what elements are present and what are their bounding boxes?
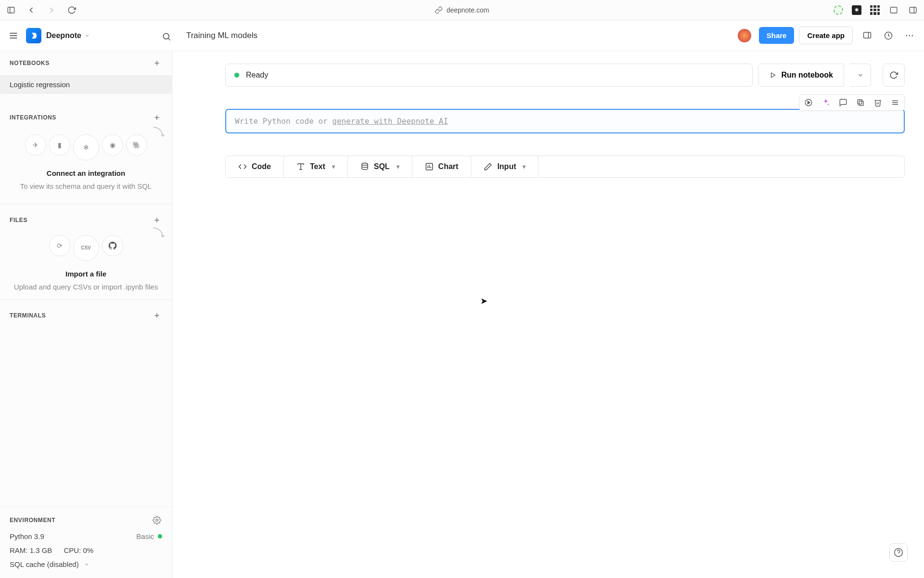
environment-header: ENVIRONMENT: [10, 517, 55, 524]
sql-cache-label: SQL cache (disabled): [10, 560, 79, 568]
chevron-down-icon: [84, 562, 90, 567]
duplicate-icon[interactable]: [855, 97, 866, 108]
svg-rect-28: [858, 100, 862, 104]
add-sql-block[interactable]: SQL▾: [348, 156, 412, 177]
add-text-block[interactable]: Text▾: [284, 156, 348, 177]
arrow-icon: [151, 125, 167, 141]
block-label: Code: [252, 162, 271, 171]
workspace-name: Deepnote: [46, 31, 81, 40]
delete-cell-icon[interactable]: [873, 97, 883, 108]
machine-tier[interactable]: Basic: [136, 532, 154, 540]
run-notebook-button[interactable]: Run notebook: [758, 64, 844, 87]
add-notebook-button[interactable]: [152, 58, 162, 68]
add-integration-button[interactable]: [152, 112, 162, 123]
play-icon: [770, 72, 776, 79]
github-icon[interactable]: [102, 235, 123, 256]
restart-kernel-button[interactable]: [883, 64, 905, 87]
extension-grid-icon[interactable]: [870, 5, 880, 15]
run-cell-icon[interactable]: [803, 97, 814, 108]
user-avatar[interactable]: [737, 28, 752, 43]
pencil-icon: [484, 162, 492, 171]
panel-icon-2[interactable]: [908, 5, 918, 15]
svg-rect-29: [859, 101, 863, 105]
panel-icon-1[interactable]: [888, 5, 899, 15]
run-options-dropdown[interactable]: [850, 64, 871, 87]
address-bar[interactable]: deepnote.com: [435, 6, 489, 14]
environment-panel: ENVIRONMENT Python 3.9 Basic RAM: 1.3 GB…: [0, 507, 172, 578]
extension-icon-1[interactable]: [834, 5, 843, 15]
extension-icon-2[interactable]: ✱: [852, 5, 861, 15]
integration-bubble-icon[interactable]: ✈: [25, 134, 46, 156]
cell-placeholder-text: Write Python code or: [235, 117, 332, 126]
file-icons: ⟳ CSV: [10, 235, 162, 261]
ram-value: 1.3 GB: [30, 546, 52, 554]
menu-icon[interactable]: [8, 30, 19, 41]
svg-rect-3: [910, 7, 916, 13]
csv-file-icon[interactable]: CSV: [73, 235, 99, 261]
generate-ai-link[interactable]: generate with Deepnote AI: [332, 117, 448, 126]
create-app-button[interactable]: Create app: [799, 26, 853, 44]
sql-cache-dropdown[interactable]: SQL cache (disabled): [10, 560, 162, 568]
svg-marker-25: [771, 73, 775, 77]
code-cell-input[interactable]: Write Python code or generate with Deepn…: [225, 109, 905, 133]
add-file-button[interactable]: [152, 215, 162, 225]
connect-integration-sub: To view its schema and query it with SQL: [10, 181, 162, 192]
add-terminal-button[interactable]: [152, 310, 162, 321]
comment-panel-icon[interactable]: [860, 29, 874, 42]
help-button[interactable]: [889, 543, 908, 562]
svg-point-13: [912, 35, 913, 36]
kernel-status-text: Ready: [246, 71, 268, 79]
comment-icon[interactable]: [838, 97, 848, 108]
ai-sparkle-icon[interactable]: [821, 97, 831, 108]
kernel-status[interactable]: Ready: [225, 64, 753, 87]
cell-more-icon[interactable]: [890, 97, 900, 108]
import-file-title: Import a file: [10, 270, 162, 278]
link-icon: [435, 6, 443, 14]
back-icon[interactable]: [26, 5, 37, 15]
share-button[interactable]: Share: [759, 27, 795, 44]
integration-bubble-icon[interactable]: ◉: [102, 134, 123, 156]
python-version[interactable]: Python 3.9: [10, 532, 44, 540]
notebook-item[interactable]: Logistic regression: [0, 75, 172, 94]
code-icon: [238, 162, 247, 171]
svg-marker-27: [808, 101, 810, 104]
sidebar: NOTEBOOKS Logistic regression INTEGRATIO…: [0, 51, 172, 578]
integrations-header: INTEGRATIONS: [10, 114, 56, 121]
project-title[interactable]: Training ML models: [186, 31, 257, 40]
forward-icon[interactable]: [46, 5, 57, 15]
integration-bubble-icon[interactable]: ❄: [73, 134, 99, 160]
notebooks-header: NOTEBOOKS: [10, 60, 50, 66]
connect-integration-title: Connect an integration: [10, 169, 162, 177]
sql-icon: [360, 162, 369, 171]
more-icon[interactable]: [903, 29, 916, 42]
svg-rect-0: [8, 7, 14, 13]
status-dot-icon: [158, 534, 162, 539]
terminals-header: TERMINALS: [10, 312, 46, 319]
svg-rect-8: [864, 32, 871, 38]
search-icon[interactable]: [160, 30, 173, 43]
svg-line-15: [168, 39, 170, 40]
app-top-bar: Deepnote Training ML models Share Create…: [0, 20, 924, 51]
deepnote-logo[interactable]: [26, 28, 41, 43]
reload-icon[interactable]: [66, 5, 77, 15]
integration-bubble-icon[interactable]: ▮: [49, 134, 70, 156]
svg-rect-2: [890, 7, 897, 13]
add-chart-block[interactable]: Chart: [412, 156, 472, 177]
import-file-sub: Upload and query CSVs or import .ipynb f…: [10, 282, 162, 293]
chevron-down-icon: [84, 33, 90, 39]
integration-bubble-icon[interactable]: 🐘: [126, 134, 147, 156]
block-label: Input: [497, 162, 516, 171]
history-icon[interactable]: [882, 29, 895, 42]
chart-icon: [425, 162, 434, 171]
add-code-block[interactable]: Code: [226, 156, 284, 177]
status-dot-icon: [234, 73, 239, 78]
integration-icons: ✈ ▮ ❄ ◉ 🐘: [10, 134, 162, 160]
sidebar-toggle-icon[interactable]: [6, 5, 16, 15]
environment-settings-icon[interactable]: [152, 515, 162, 525]
block-label: Text: [310, 162, 325, 171]
file-bubble-icon[interactable]: ⟳: [49, 235, 70, 256]
block-label: SQL: [374, 162, 390, 171]
run-notebook-label: Run notebook: [781, 71, 833, 79]
workspace-dropdown[interactable]: Deepnote: [46, 31, 90, 40]
add-input-block[interactable]: Input▾: [471, 156, 539, 177]
